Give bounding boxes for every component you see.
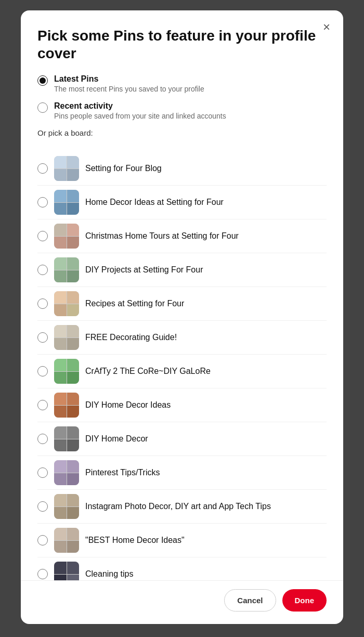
latest-pins-label: Latest Pins	[54, 74, 204, 84]
board-radio-b7[interactable]	[37, 366, 48, 376]
board-list-container: Setting for Four BlogHome Decor Ideas at…	[21, 152, 343, 580]
board-name: DIY Projects at Setting For Four	[85, 265, 203, 275]
board-name: Home Decor Ideas at Setting for Four	[85, 198, 224, 207]
board-radio-b1[interactable]	[37, 163, 48, 174]
board-radio-b2[interactable]	[37, 197, 48, 207]
board-item[interactable]: Recipes at Setting for Four	[37, 287, 327, 321]
board-radio-b6[interactable]	[37, 332, 48, 343]
latest-pins-radio[interactable]	[37, 75, 48, 86]
board-name: Pinterest Tips/Tricks	[85, 468, 160, 477]
board-item[interactable]: DIY Projects at Setting For Four	[37, 253, 327, 287]
recent-activity-radio[interactable]	[37, 102, 48, 113]
board-name: CrAfTy 2 ThE CoRe~DIY GaLoRe	[85, 367, 211, 376]
board-item[interactable]: Instagram Photo Decor, DIY art and App T…	[37, 490, 327, 524]
board-name: Recipes at Setting for Four	[85, 299, 184, 308]
board-item[interactable]: "BEST Home Decor Ideas"	[37, 524, 327, 557]
board-name: Christmas Home Tours at Setting for Four	[85, 231, 239, 241]
board-item[interactable]: CrAfTy 2 ThE CoRe~DIY GaLoRe	[37, 355, 327, 388]
board-radio-b10[interactable]	[37, 467, 48, 478]
or-pick-label: Or pick a board:	[37, 128, 327, 137]
board-name: FREE Decorating Guide!	[85, 333, 177, 342]
recent-activity-label: Recent activity	[54, 101, 226, 111]
board-name: Setting for Four Blog	[85, 164, 162, 173]
modal-dialog: × Pick some Pins to feature in your prof…	[21, 10, 343, 624]
board-radio-b4[interactable]	[37, 265, 48, 275]
board-item[interactable]: FREE Decorating Guide!	[37, 321, 327, 355]
board-radio-b13[interactable]	[37, 569, 48, 579]
close-button[interactable]: ×	[318, 19, 335, 35]
board-item[interactable]: DIY Home Decor Ideas	[37, 388, 327, 422]
board-thumbnail	[54, 426, 79, 451]
board-item[interactable]: Cleaning tips	[37, 557, 327, 580]
board-list: Setting for Four BlogHome Decor Ideas at…	[37, 152, 327, 580]
close-icon: ×	[323, 20, 330, 34]
latest-pins-option[interactable]: Latest Pins The most recent Pins you sav…	[37, 74, 327, 93]
modal-title: Pick some Pins to feature in your profil…	[37, 27, 327, 62]
board-radio-b12[interactable]	[37, 535, 48, 545]
board-thumbnail	[54, 190, 79, 215]
board-thumbnail	[54, 528, 79, 553]
board-name: DIY Home Decor	[85, 434, 148, 444]
backdrop: × Pick some Pins to feature in your prof…	[0, 0, 364, 637]
board-thumbnail	[54, 156, 79, 181]
board-thumbnail	[54, 562, 79, 580]
board-item[interactable]: Pinterest Tips/Tricks	[37, 456, 327, 490]
cancel-button[interactable]: Cancel	[224, 589, 276, 612]
board-radio-b9[interactable]	[37, 434, 48, 444]
board-item[interactable]: Setting for Four Blog	[37, 152, 327, 186]
modal-header: × Pick some Pins to feature in your prof…	[21, 10, 343, 152]
board-thumbnail	[54, 257, 79, 282]
board-name: Instagram Photo Decor, DIY art and App T…	[85, 502, 271, 511]
latest-pins-sub: The most recent Pins you saved to your p…	[54, 85, 204, 93]
board-item[interactable]: Christmas Home Tours at Setting for Four	[37, 219, 327, 253]
board-thumbnail	[54, 460, 79, 485]
board-thumbnail	[54, 494, 79, 519]
board-thumbnail	[54, 224, 79, 249]
recent-activity-option[interactable]: Recent activity Pins people saved from y…	[37, 101, 327, 120]
board-item[interactable]: Home Decor Ideas at Setting for Four	[37, 186, 327, 219]
board-thumbnail	[54, 291, 79, 316]
board-name: "BEST Home Decor Ideas"	[85, 536, 185, 545]
board-item[interactable]: DIY Home Decor	[37, 422, 327, 456]
board-radio-b5[interactable]	[37, 298, 48, 309]
board-radio-b8[interactable]	[37, 400, 48, 410]
board-name: DIY Home Decor Ideas	[85, 400, 171, 410]
board-thumbnail	[54, 325, 79, 350]
board-name: Cleaning tips	[85, 569, 134, 579]
recent-activity-sub: Pins people saved from your site and lin…	[54, 112, 226, 120]
board-radio-b3[interactable]	[37, 231, 48, 241]
modal-footer: Cancel Done	[21, 580, 343, 624]
done-button[interactable]: Done	[282, 589, 327, 612]
board-thumbnail	[54, 359, 79, 384]
board-radio-b11[interactable]	[37, 501, 48, 512]
board-thumbnail	[54, 393, 79, 418]
